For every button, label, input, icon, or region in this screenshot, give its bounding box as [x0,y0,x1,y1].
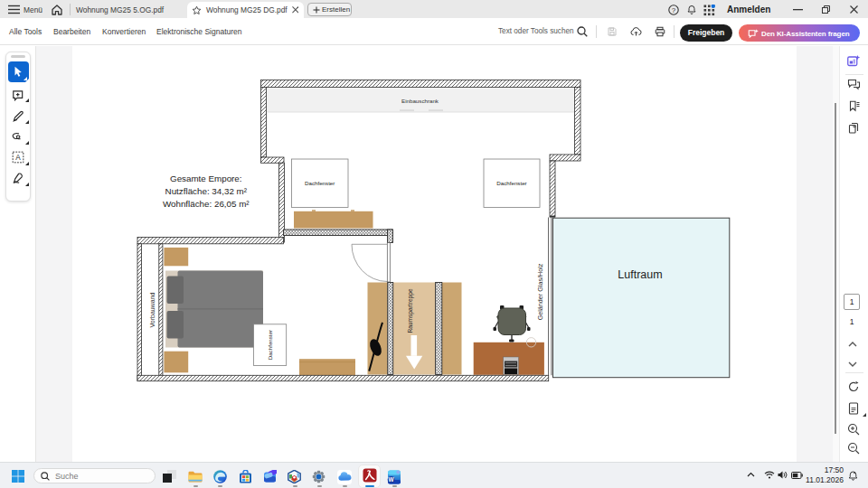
svg-text:Vorbauwand: Vorbauwand [149,292,156,327]
svg-text:Raumspartreppe: Raumspartreppe [407,288,414,333]
svg-text:Wohnfläche: 26,05 m²: Wohnfläche: 26,05 m² [163,199,250,209]
svg-text:W: W [389,476,395,483]
svg-text:Gesamte Empore:: Gesamte Empore: [170,174,242,183]
svg-text:?: ? [672,6,676,14]
svg-text:Geländer Glas/Holz: Geländer Glas/Holz [536,263,544,320]
svg-text:Nutzfläche: 34,32 m²: Nutzfläche: 34,32 m² [165,186,248,196]
svg-text:Dachfenster: Dachfenster [305,180,335,186]
svg-text:Luftraum: Luftraum [618,268,662,281]
svg-text:Einbauschrank: Einbauschrank [401,98,439,104]
svg-text:A: A [15,154,21,162]
svg-text:Dachfenster: Dachfenster [267,330,273,360]
svg-text:Dachfenster: Dachfenster [496,180,526,186]
